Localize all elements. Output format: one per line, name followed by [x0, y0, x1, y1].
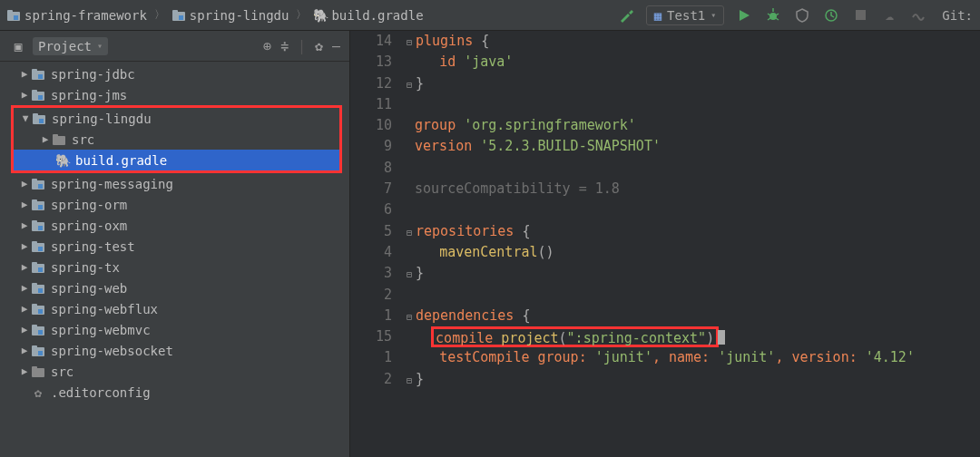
tree-item[interactable]: spring-websocket: [0, 340, 349, 361]
folder-icon: [32, 112, 46, 125]
folder-icon: [31, 365, 45, 378]
crumb-2[interactable]: 🐘 build.gradle: [314, 8, 423, 23]
svg-rect-1: [7, 10, 13, 14]
project-view-selector[interactable]: Project ▾: [33, 37, 108, 55]
svg-rect-30: [38, 205, 43, 209]
svg-rect-15: [32, 69, 37, 73]
cloud-icon[interactable]: ☁: [880, 6, 898, 24]
svg-line-11: [776, 18, 779, 20]
tree-label: spring-jms: [51, 88, 127, 102]
folder-icon: [31, 345, 45, 357]
tree-item[interactable]: spring-webmvc: [0, 319, 349, 340]
divider: |: [298, 38, 306, 54]
sidebar-title: Project: [38, 39, 92, 53]
svg-rect-32: [32, 220, 37, 224]
folder-icon: [31, 89, 45, 102]
toolbar-actions: ▦ Test1 ▾ ☁ Git:: [617, 5, 973, 25]
tree-item[interactable]: spring-oxm: [0, 215, 349, 236]
tree-item[interactable]: spring-web: [0, 277, 349, 298]
folder-icon: [31, 282, 45, 295]
line-gutter: 14131211 10987 6543 21151 2: [350, 31, 403, 457]
svg-rect-22: [39, 119, 44, 123]
tree-label: spring-webflux: [51, 302, 158, 316]
svg-rect-18: [32, 90, 37, 93]
breadcrumb[interactable]: spring-framework 〉 spring-lingdu 〉 🐘 bui…: [7, 7, 424, 23]
svg-rect-5: [179, 15, 183, 20]
module-icon: [7, 9, 20, 22]
crumb-text: spring-lingdu: [190, 8, 289, 23]
svg-rect-39: [38, 267, 43, 272]
debug-icon[interactable]: [764, 6, 782, 24]
tree-item[interactable]: spring-test: [0, 236, 349, 257]
code-area[interactable]: ⊟plugins { id 'java' ⊟} group 'org.sprin…: [403, 31, 980, 457]
crumb-0[interactable]: spring-framework: [7, 8, 147, 23]
tree-label: src: [72, 132, 94, 147]
folder-icon: [31, 178, 45, 190]
tree-item[interactable]: spring-webflux: [0, 298, 349, 319]
tree-item[interactable]: spring-jdbc: [0, 63, 349, 84]
highlight-annotation: spring-lingdu src 🐘build.gradle: [11, 105, 342, 173]
svg-rect-4: [172, 10, 178, 14]
tree-label: spring-tx: [51, 260, 120, 275]
tree-label: spring-jdbc: [51, 67, 135, 82]
tree-item[interactable]: ·✿.editorconfig: [0, 382, 349, 403]
chevron-down-icon: ▾: [710, 10, 716, 20]
build-icon[interactable]: [617, 6, 635, 24]
tree-item[interactable]: spring-tx: [0, 257, 349, 277]
crumb-1[interactable]: spring-lingdu: [172, 8, 289, 23]
tree-item[interactable]: spring-jms: [0, 84, 349, 105]
coverage-icon[interactable]: [793, 6, 811, 24]
folder-icon: [31, 68, 45, 81]
svg-point-6: [769, 13, 777, 20]
gradle-icon: 🐘: [55, 154, 70, 167]
tree-item[interactable]: spring-messaging: [0, 173, 349, 194]
tree-item[interactable]: spring-orm: [0, 194, 349, 215]
svg-rect-50: [32, 345, 37, 349]
collapse-icon[interactable]: ≑: [280, 38, 289, 54]
folder-icon: [31, 303, 45, 316]
project-tree[interactable]: spring-jdbc spring-jms spring-lingdu src…: [0, 62, 349, 457]
svg-rect-42: [38, 288, 43, 293]
svg-rect-35: [32, 241, 37, 245]
caret: [718, 330, 725, 345]
folder-icon: [31, 199, 45, 211]
tree-item[interactable]: src: [0, 361, 349, 382]
sidebar-header: ▣ Project ▾ ⊕ ≑ | ✿ —: [0, 31, 349, 62]
svg-rect-21: [33, 113, 38, 117]
folder-icon: [31, 219, 45, 232]
gradle-icon: 🐘: [314, 9, 327, 22]
stop-icon[interactable]: [851, 6, 869, 24]
svg-rect-51: [38, 351, 43, 355]
hide-icon[interactable]: —: [332, 38, 340, 54]
svg-rect-26: [32, 179, 37, 182]
svg-rect-13: [856, 10, 866, 20]
highlight-annotation: compile project(":spring-context"): [431, 326, 719, 347]
profiler-icon[interactable]: [822, 6, 840, 24]
tree-label: spring-websocket: [51, 344, 173, 358]
window-icon[interactable]: ▣: [9, 37, 27, 55]
svg-rect-36: [38, 247, 43, 251]
tree-item[interactable]: spring-lingdu: [14, 108, 339, 129]
tree-item-selected[interactable]: 🐘build.gradle: [14, 150, 339, 170]
run-config-selector[interactable]: ▦ Test1 ▾: [646, 5, 725, 25]
gear-icon[interactable]: ✿: [315, 38, 323, 54]
update-icon[interactable]: [909, 6, 927, 24]
svg-rect-33: [38, 226, 43, 230]
svg-line-9: [776, 14, 779, 15]
git-label[interactable]: Git:: [942, 8, 973, 23]
chevron-right-icon: 〉: [152, 7, 167, 23]
run-config-label: Test1: [667, 8, 705, 23]
code-editor[interactable]: 14131211 10987 6543 21151 2 ⊟plugins { i…: [350, 31, 980, 457]
locate-icon[interactable]: ⊕: [263, 38, 271, 54]
svg-rect-53: [32, 366, 37, 370]
project-tool-window: ▣ Project ▾ ⊕ ≑ | ✿ — spring-jdbc spring…: [0, 31, 350, 457]
tree-item[interactable]: src: [14, 129, 339, 150]
svg-line-8: [768, 14, 770, 15]
run-icon[interactable]: [735, 6, 753, 24]
svg-rect-45: [38, 309, 43, 314]
folder-icon: [31, 324, 45, 336]
svg-rect-19: [38, 95, 43, 100]
svg-rect-2: [14, 15, 18, 20]
tree-label: spring-oxm: [51, 219, 127, 233]
tree-label: .editorconfig: [51, 385, 151, 400]
